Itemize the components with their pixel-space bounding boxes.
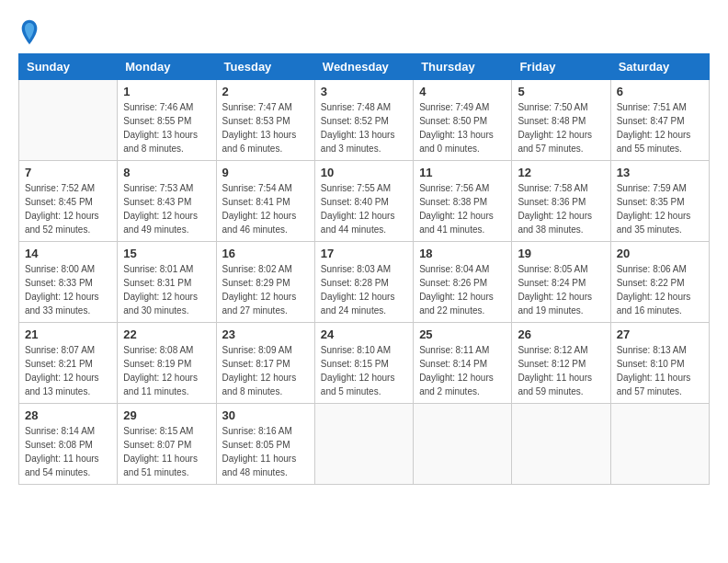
calendar-cell: 20Sunrise: 8:06 AM Sunset: 8:22 PM Dayli… <box>610 242 709 323</box>
day-number: 6 <box>617 85 703 98</box>
calendar-cell: 10Sunrise: 7:55 AM Sunset: 8:40 PM Dayli… <box>314 161 413 242</box>
weekday-header-friday: Friday <box>512 54 610 80</box>
day-info: Sunrise: 8:12 AM Sunset: 8:12 PM Dayligh… <box>518 343 604 398</box>
calendar-cell: 19Sunrise: 8:05 AM Sunset: 8:24 PM Dayli… <box>512 242 610 323</box>
calendar-cell: 27Sunrise: 8:13 AM Sunset: 8:10 PM Dayli… <box>610 323 709 404</box>
day-info: Sunrise: 8:04 AM Sunset: 8:26 PM Dayligh… <box>419 262 506 317</box>
day-info: Sunrise: 8:10 AM Sunset: 8:15 PM Dayligh… <box>321 343 407 398</box>
day-number: 18 <box>419 247 506 260</box>
day-info: Sunrise: 8:14 AM Sunset: 8:08 PM Dayligh… <box>25 424 111 479</box>
day-number: 23 <box>222 327 309 341</box>
calendar-cell: 24Sunrise: 8:10 AM Sunset: 8:15 PM Dayli… <box>314 323 413 404</box>
weekday-header-monday: Monday <box>118 54 216 80</box>
calendar-week-row: 28Sunrise: 8:14 AM Sunset: 8:08 PM Dayli… <box>19 404 710 485</box>
calendar-cell: 2Sunrise: 7:47 AM Sunset: 8:53 PM Daylig… <box>216 80 314 161</box>
calendar-cell <box>512 404 610 485</box>
day-info: Sunrise: 8:06 AM Sunset: 8:22 PM Dayligh… <box>617 262 703 317</box>
day-info: Sunrise: 7:58 AM Sunset: 8:36 PM Dayligh… <box>518 181 604 236</box>
day-info: Sunrise: 7:47 AM Sunset: 8:53 PM Dayligh… <box>222 100 309 155</box>
day-number: 19 <box>518 247 604 260</box>
calendar-cell: 6Sunrise: 7:51 AM Sunset: 8:47 PM Daylig… <box>610 80 709 161</box>
day-number: 7 <box>25 166 111 179</box>
day-number: 24 <box>321 327 407 341</box>
day-info: Sunrise: 8:08 AM Sunset: 8:19 PM Dayligh… <box>123 343 210 398</box>
day-number: 25 <box>419 327 506 341</box>
calendar-cell: 30Sunrise: 8:16 AM Sunset: 8:05 PM Dayli… <box>216 404 314 485</box>
calendar-cell <box>19 80 118 161</box>
calendar-cell: 21Sunrise: 8:07 AM Sunset: 8:21 PM Dayli… <box>19 323 118 404</box>
day-info: Sunrise: 7:46 AM Sunset: 8:55 PM Dayligh… <box>123 100 210 155</box>
day-number: 16 <box>222 247 309 260</box>
day-number: 22 <box>123 327 210 341</box>
day-number: 17 <box>321 247 407 260</box>
calendar-cell: 13Sunrise: 7:59 AM Sunset: 8:35 PM Dayli… <box>610 161 709 242</box>
weekday-header-row: SundayMondayTuesdayWednesdayThursdayFrid… <box>19 54 710 80</box>
day-info: Sunrise: 8:03 AM Sunset: 8:28 PM Dayligh… <box>321 262 407 317</box>
calendar-cell: 18Sunrise: 8:04 AM Sunset: 8:26 PM Dayli… <box>414 242 512 323</box>
day-number: 11 <box>419 166 506 179</box>
calendar-week-row: 14Sunrise: 8:00 AM Sunset: 8:33 PM Dayli… <box>19 242 710 323</box>
day-info: Sunrise: 7:50 AM Sunset: 8:48 PM Dayligh… <box>518 100 604 155</box>
weekday-header-saturday: Saturday <box>610 54 709 80</box>
calendar-cell: 16Sunrise: 8:02 AM Sunset: 8:29 PM Dayli… <box>216 242 314 323</box>
day-number: 8 <box>123 166 210 179</box>
weekday-header-sunday: Sunday <box>19 54 118 80</box>
calendar-cell: 29Sunrise: 8:15 AM Sunset: 8:07 PM Dayli… <box>118 404 216 485</box>
day-info: Sunrise: 7:54 AM Sunset: 8:41 PM Dayligh… <box>222 181 309 236</box>
calendar-cell: 22Sunrise: 8:08 AM Sunset: 8:19 PM Dayli… <box>118 323 216 404</box>
calendar-cell: 1Sunrise: 7:46 AM Sunset: 8:55 PM Daylig… <box>118 80 216 161</box>
calendar-cell: 25Sunrise: 8:11 AM Sunset: 8:14 PM Dayli… <box>414 323 512 404</box>
day-number: 1 <box>123 85 210 98</box>
day-number: 29 <box>123 408 210 422</box>
day-number: 5 <box>518 85 604 98</box>
day-info: Sunrise: 7:51 AM Sunset: 8:47 PM Dayligh… <box>617 100 703 155</box>
calendar-week-row: 21Sunrise: 8:07 AM Sunset: 8:21 PM Dayli… <box>19 323 710 404</box>
weekday-header-tuesday: Tuesday <box>216 54 314 80</box>
logo <box>18 18 42 46</box>
day-info: Sunrise: 8:07 AM Sunset: 8:21 PM Dayligh… <box>25 343 111 398</box>
day-info: Sunrise: 7:56 AM Sunset: 8:38 PM Dayligh… <box>419 181 506 236</box>
day-number: 26 <box>518 327 604 341</box>
day-info: Sunrise: 8:09 AM Sunset: 8:17 PM Dayligh… <box>222 343 309 398</box>
day-number: 9 <box>222 166 309 179</box>
day-info: Sunrise: 7:53 AM Sunset: 8:43 PM Dayligh… <box>123 181 210 236</box>
day-info: Sunrise: 7:52 AM Sunset: 8:45 PM Dayligh… <box>25 181 111 236</box>
day-number: 30 <box>222 408 309 422</box>
day-number: 13 <box>617 166 703 179</box>
calendar-cell <box>314 404 413 485</box>
day-info: Sunrise: 8:16 AM Sunset: 8:05 PM Dayligh… <box>222 424 309 479</box>
day-info: Sunrise: 8:02 AM Sunset: 8:29 PM Dayligh… <box>222 262 309 317</box>
calendar-table: SundayMondayTuesdayWednesdayThursdayFrid… <box>18 53 710 485</box>
day-info: Sunrise: 8:05 AM Sunset: 8:24 PM Dayligh… <box>518 262 604 317</box>
calendar-cell: 5Sunrise: 7:50 AM Sunset: 8:48 PM Daylig… <box>512 80 610 161</box>
calendar-cell: 7Sunrise: 7:52 AM Sunset: 8:45 PM Daylig… <box>19 161 118 242</box>
day-number: 28 <box>25 408 111 422</box>
day-number: 21 <box>25 327 111 341</box>
calendar-cell: 17Sunrise: 8:03 AM Sunset: 8:28 PM Dayli… <box>314 242 413 323</box>
day-info: Sunrise: 8:01 AM Sunset: 8:31 PM Dayligh… <box>123 262 210 317</box>
calendar-cell: 3Sunrise: 7:48 AM Sunset: 8:52 PM Daylig… <box>314 80 413 161</box>
day-number: 15 <box>123 247 210 260</box>
day-number: 3 <box>321 85 407 98</box>
calendar-week-row: 7Sunrise: 7:52 AM Sunset: 8:45 PM Daylig… <box>19 161 710 242</box>
calendar-cell: 28Sunrise: 8:14 AM Sunset: 8:08 PM Dayli… <box>19 404 118 485</box>
page-header <box>18 18 710 46</box>
calendar-cell: 11Sunrise: 7:56 AM Sunset: 8:38 PM Dayli… <box>414 161 512 242</box>
day-info: Sunrise: 7:59 AM Sunset: 8:35 PM Dayligh… <box>617 181 703 236</box>
day-number: 2 <box>222 85 309 98</box>
calendar-cell: 15Sunrise: 8:01 AM Sunset: 8:31 PM Dayli… <box>118 242 216 323</box>
day-info: Sunrise: 8:00 AM Sunset: 8:33 PM Dayligh… <box>25 262 111 317</box>
day-number: 12 <box>518 166 604 179</box>
calendar-cell: 12Sunrise: 7:58 AM Sunset: 8:36 PM Dayli… <box>512 161 610 242</box>
day-number: 4 <box>419 85 506 98</box>
calendar-cell: 9Sunrise: 7:54 AM Sunset: 8:41 PM Daylig… <box>216 161 314 242</box>
day-number: 20 <box>617 247 703 260</box>
weekday-header-wednesday: Wednesday <box>314 54 413 80</box>
calendar-cell <box>610 404 709 485</box>
calendar-cell <box>414 404 512 485</box>
day-info: Sunrise: 8:15 AM Sunset: 8:07 PM Dayligh… <box>123 424 210 479</box>
weekday-header-thursday: Thursday <box>414 54 512 80</box>
day-info: Sunrise: 7:55 AM Sunset: 8:40 PM Dayligh… <box>321 181 407 236</box>
calendar-cell: 14Sunrise: 8:00 AM Sunset: 8:33 PM Dayli… <box>19 242 118 323</box>
day-number: 27 <box>617 327 703 341</box>
